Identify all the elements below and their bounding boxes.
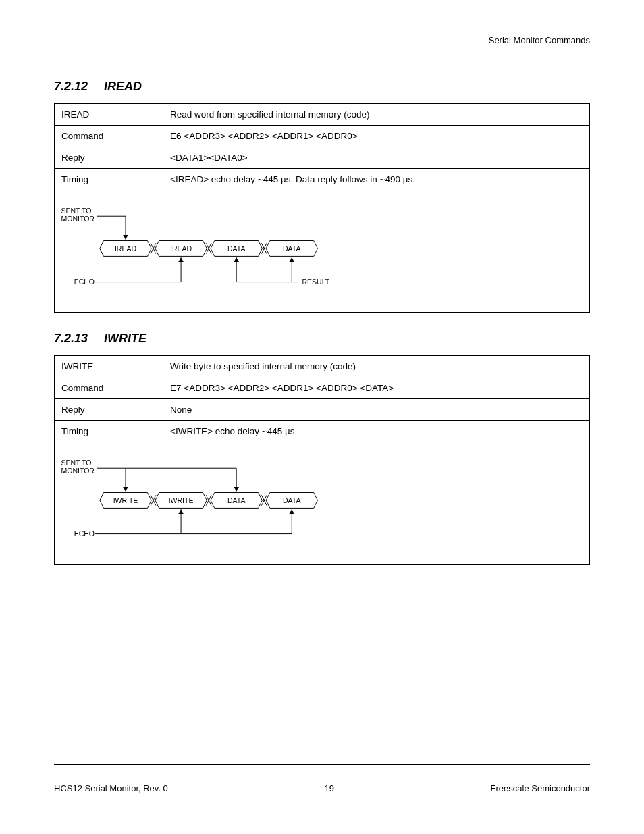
table-row: Timing<IREAD> echo delay ~445 µs. Data r… xyxy=(55,169,590,190)
section-number: 7.2.12 xyxy=(54,80,88,93)
table-row: ReplyNone xyxy=(55,399,590,421)
svg-text:IREAD: IREAD xyxy=(170,244,192,253)
running-head: Serial Monitor Commands xyxy=(489,35,590,45)
command-table: IWRITEWrite byte to specified internal m… xyxy=(54,355,590,565)
footer-right: Freescale Semiconductor xyxy=(491,783,590,793)
table-row: Timing<IWRITE> echo delay ~445 µs. xyxy=(55,421,590,442)
svg-text:ECHO: ECHO xyxy=(74,278,95,286)
svg-text:IREAD: IREAD xyxy=(115,244,137,253)
row-value: None xyxy=(163,399,590,421)
row-key: Timing xyxy=(55,421,163,442)
svg-text:IWRITE: IWRITE xyxy=(169,496,194,504)
table-row: IREADRead word from specified internal m… xyxy=(55,104,590,126)
svg-text:IWRITE: IWRITE xyxy=(113,496,138,504)
section-number: 7.2.13 xyxy=(54,332,88,345)
footer-left: HCS12 Serial Monitor, Rev. 0 xyxy=(54,783,168,793)
table-row: IREADIREADDATADATASENT TOMONITORECHORESU… xyxy=(55,190,590,313)
row-key: Reply xyxy=(55,147,163,169)
row-key: Command xyxy=(55,377,163,399)
footer-rule xyxy=(54,764,590,766)
section-name: IREAD xyxy=(104,80,142,93)
svg-text:SENT TOMONITOR: SENT TOMONITOR xyxy=(61,459,95,474)
svg-text:DATA: DATA xyxy=(227,496,245,504)
row-value: E7 <ADDR3> <ADDR2> <ADDR1> <ADDR0> <DATA… xyxy=(163,377,590,399)
row-value: E6 <ADDR3> <ADDR2> <ADDR1> <ADDR0> xyxy=(163,126,590,147)
row-value: <IWRITE> echo delay ~445 µs. xyxy=(163,421,590,442)
footer-page: 19 xyxy=(324,783,333,793)
table-row: IWRITEWrite byte to specified internal m… xyxy=(55,356,590,377)
table-row: Reply<DATA1><DATA0> xyxy=(55,147,590,169)
row-key: Reply xyxy=(55,399,163,421)
section-title: 7.2.12IREAD xyxy=(54,80,590,94)
svg-text:SENT TOMONITOR: SENT TOMONITOR xyxy=(61,207,95,222)
svg-text:DATA: DATA xyxy=(283,496,300,504)
svg-text:DATA: DATA xyxy=(283,244,300,253)
svg-text:RESULT: RESULT xyxy=(302,278,330,286)
section-title: 7.2.13IWRITE xyxy=(54,332,590,346)
page: Serial Monitor Commands 7.2.12IREADIREAD… xyxy=(0,0,644,834)
command-table: IREADRead word from specified internal m… xyxy=(54,103,590,313)
table-row: IWRITEIWRITEDATADATASENT TOMONITORECHO xyxy=(55,442,590,565)
row-value: Read word from specified internal memory… xyxy=(163,104,590,126)
svg-text:ECHO: ECHO xyxy=(74,529,95,538)
section-name: IWRITE xyxy=(104,332,146,345)
table-row: CommandE6 <ADDR3> <ADDR2> <ADDR1> <ADDR0… xyxy=(55,126,590,147)
row-key: Timing xyxy=(55,169,163,190)
timing-diagram: IREADIREADDATADATASENT TOMONITORECHORESU… xyxy=(55,190,590,313)
row-key: Command xyxy=(55,126,163,147)
row-key: IWRITE xyxy=(55,356,163,377)
timing-diagram: IWRITEIWRITEDATADATASENT TOMONITORECHO xyxy=(55,442,590,565)
row-value: <IREAD> echo delay ~445 µs. Data reply f… xyxy=(163,169,590,190)
row-key: IREAD xyxy=(55,104,163,126)
table-row: CommandE7 <ADDR3> <ADDR2> <ADDR1> <ADDR0… xyxy=(55,377,590,399)
footer: HCS12 Serial Monitor, Rev. 0 19 Freescal… xyxy=(54,783,590,793)
row-value: Write byte to specified internal memory … xyxy=(163,356,590,377)
svg-text:DATA: DATA xyxy=(227,244,245,253)
row-value: <DATA1><DATA0> xyxy=(163,147,590,169)
